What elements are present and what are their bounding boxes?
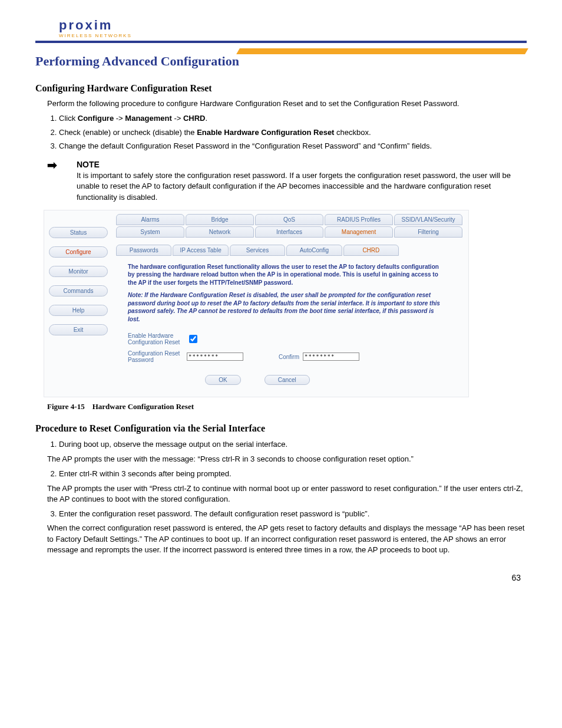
sidebar-item-status[interactable]: Status: [49, 227, 108, 238]
confirm-label: Confirm: [279, 354, 299, 360]
sidebar-item-configure[interactable]: Configure: [49, 246, 108, 258]
password-label: Configuration Reset Password: [128, 350, 187, 363]
tab-management[interactable]: Management: [325, 226, 393, 238]
tab-alarms[interactable]: Alarms: [116, 214, 184, 225]
sidebar-item-monitor[interactable]: Monitor: [49, 266, 108, 277]
step-1: Click Configure -> Management -> CHRD.: [59, 113, 527, 124]
subtab-row: Passwords IP Access Table Services AutoC…: [116, 245, 399, 256]
note-arrow-icon: ➡: [47, 159, 77, 203]
s2-step1: During boot up, observe the message outp…: [59, 439, 527, 450]
panel-description: The hardware configuration Reset functio…: [128, 263, 446, 287]
s2-step2: Enter ctrl-R within 3 seconds after bein…: [59, 468, 527, 480]
tab-system[interactable]: System: [116, 226, 184, 238]
page-number: 63: [35, 573, 527, 582]
brand-logo: proxim WIRELESS NETWORKS: [35, 18, 132, 38]
s2-after1: The AP prompts the user with the message…: [47, 454, 527, 465]
cancel-button[interactable]: Cancel: [265, 375, 310, 385]
tab-bridge[interactable]: Bridge: [186, 214, 254, 225]
tab-network[interactable]: Network: [186, 226, 254, 238]
section1-heading: Configuring Hardware Configuration Reset: [35, 83, 527, 94]
tab-row-2: System Network Interfaces Management Fil…: [116, 226, 462, 238]
s2-after2: The AP prompts the user with “Press ctrl…: [47, 483, 527, 505]
enable-label: Enable Hardware Configuration Reset: [128, 332, 187, 345]
password-input[interactable]: [187, 353, 243, 361]
password-row: Configuration Reset Password Confirm: [128, 350, 462, 363]
tab-qos[interactable]: QoS: [255, 214, 323, 225]
section1-intro: Perform the following procedure to confi…: [47, 98, 527, 109]
brand-name: proxim: [59, 18, 113, 32]
confirm-input[interactable]: [303, 353, 359, 361]
tab-interfaces[interactable]: Interfaces: [255, 226, 323, 238]
button-row: OK Cancel: [116, 375, 399, 385]
subtab-services[interactable]: Services: [230, 245, 285, 256]
s2-step3: Enter the configuration reset password. …: [59, 508, 527, 520]
header: proxim WIRELESS NETWORKS: [35, 18, 527, 43]
enable-checkbox[interactable]: [189, 335, 197, 343]
note-body: It is important to safely store the conf…: [77, 170, 527, 203]
subtab-passwords[interactable]: Passwords: [116, 245, 171, 256]
page-title: Performing Advanced Configuration: [35, 54, 527, 69]
step-2: Check (enable) or uncheck (disable) the …: [59, 127, 527, 139]
sidebar-item-exit[interactable]: Exit: [49, 324, 108, 335]
section2-heading: Procedure to Reset Configuration via the…: [35, 423, 527, 434]
section2-steps: During boot up, observe the message outp…: [59, 439, 527, 450]
subtab-autoconfig[interactable]: AutoConfig: [286, 245, 342, 256]
header-accent: [236, 48, 528, 54]
tab-filtering[interactable]: Filtering: [394, 226, 462, 238]
ok-button[interactable]: OK: [205, 375, 240, 385]
sidebar-item-help[interactable]: Help: [49, 305, 108, 316]
step-3: Change the default Configuration Reset P…: [59, 140, 527, 152]
s2-after3: When the correct configuration reset pas…: [47, 523, 527, 555]
subtab-ipaccess[interactable]: IP Access Table: [173, 245, 228, 256]
enable-row: Enable Hardware Configuration Reset: [128, 332, 462, 345]
note-block: ➡ NOTE It is important to safely store t…: [47, 159, 527, 203]
panel-note: Note: If the Hardware Configuration Rese…: [128, 291, 446, 323]
ui-screenshot: Status Configure Monitor Commands Help E…: [44, 210, 469, 398]
section1-steps: Click Configure -> Management -> CHRD. C…: [59, 113, 527, 152]
sidebar-item-commands[interactable]: Commands: [49, 285, 108, 297]
brand-tagline: WIRELESS NETWORKS: [59, 33, 132, 38]
subtab-chrd[interactable]: CHRD: [343, 245, 399, 256]
tab-radius[interactable]: RADIUS Profiles: [325, 214, 393, 225]
figure-caption: Figure 4-15 Hardware Configuration Reset: [47, 402, 527, 411]
sidebar: Status Configure Monitor Commands Help E…: [44, 210, 113, 397]
tab-ssid[interactable]: SSID/VLAN/Security: [394, 214, 462, 225]
tab-row-1: Alarms Bridge QoS RADIUS Profiles SSID/V…: [116, 214, 462, 225]
note-label: NOTE: [77, 159, 527, 171]
